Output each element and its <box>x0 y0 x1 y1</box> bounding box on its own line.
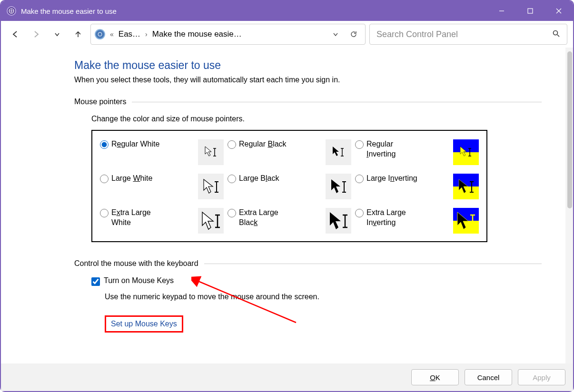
checkbox-mouse-keys[interactable] <box>91 277 100 286</box>
recent-dropdown[interactable] <box>49 26 66 43</box>
page-title: Make the mouse easier to use <box>74 59 542 72</box>
chevron-right-icon[interactable]: › <box>145 30 148 38</box>
label-regular-white: Regular White <box>111 139 159 149</box>
window-title: Make the mouse easier to use <box>21 7 487 15</box>
up-button[interactable] <box>69 26 87 43</box>
breadcrumb-level-2[interactable]: Make the mouse easie… <box>152 29 242 39</box>
dialog-footer: OK Cancel Apply <box>1 363 573 391</box>
preview-extra-large-white <box>198 208 224 234</box>
svg-point-5 <box>98 32 102 36</box>
setup-mouse-keys-link[interactable]: Set up Mouse Keys <box>111 320 177 328</box>
breadcrumb-level-1[interactable]: Eas… <box>119 29 140 39</box>
control-panel-icon <box>7 6 16 16</box>
preview-regular-black <box>326 139 351 165</box>
preview-extra-large-inverting <box>453 208 479 234</box>
scrollbar[interactable] <box>565 48 573 363</box>
preview-regular-inverting <box>453 139 479 165</box>
label-extra-large-black: Extra Large Black <box>239 208 291 228</box>
preview-large-white <box>198 174 224 199</box>
svg-point-6 <box>554 30 558 35</box>
preview-regular-white <box>198 139 224 165</box>
forward-button[interactable] <box>28 26 45 43</box>
svg-line-7 <box>557 35 559 37</box>
refresh-button[interactable] <box>346 30 361 38</box>
label-regular-inverting: Regular Inverting <box>366 139 419 159</box>
ok-button[interactable]: OK <box>411 369 459 385</box>
navigation-toolbar: « Eas… › Make the mouse easie… <box>1 21 573 48</box>
search-icon[interactable] <box>553 30 560 39</box>
titlebar: Make the mouse easier to use <box>1 1 573 21</box>
breadcrumb-overflow[interactable]: « <box>110 30 114 38</box>
mouse-pointers-label: Mouse pointers <box>74 98 126 106</box>
search-input[interactable] <box>376 29 553 39</box>
page-subtitle: When you select these tools, they will a… <box>74 76 542 84</box>
maximize-button[interactable] <box>516 1 544 21</box>
radio-regular-black[interactable] <box>228 140 236 149</box>
apply-button[interactable]: Apply <box>518 369 565 385</box>
radio-large-black[interactable] <box>228 175 236 183</box>
radio-extra-large-white[interactable] <box>100 209 109 217</box>
radio-extra-large-inverting[interactable] <box>355 209 364 217</box>
control-panel-small-icon <box>95 29 105 39</box>
label-extra-large-inverting: Extra Large Inverting <box>366 208 419 228</box>
label-regular-black: Regular Black <box>239 139 287 149</box>
search-box[interactable] <box>369 24 567 45</box>
scrollbar-thumb[interactable] <box>567 51 572 208</box>
label-extra-large-white: Extra Large White <box>111 208 164 228</box>
radio-extra-large-black[interactable] <box>228 209 236 217</box>
radio-large-white[interactable] <box>100 175 109 183</box>
label-mouse-keys: Turn on Mouse Keys <box>104 276 174 285</box>
mouse-pointers-description: Change the color and size of mouse point… <box>91 115 542 123</box>
address-bar[interactable]: « Eas… › Make the mouse easie… <box>90 24 366 45</box>
minimize-button[interactable] <box>487 1 516 21</box>
setup-mouse-keys-highlight: Set up Mouse Keys <box>105 315 183 333</box>
radio-large-inverting[interactable] <box>355 175 364 183</box>
svg-rect-2 <box>528 9 533 13</box>
preview-extra-large-black <box>326 208 351 234</box>
close-button[interactable] <box>544 1 573 21</box>
preview-large-inverting <box>453 174 479 199</box>
radio-regular-inverting[interactable] <box>355 140 364 149</box>
mouse-keys-description: Use the numeric keypad to move the mouse… <box>105 293 542 301</box>
radio-regular-white[interactable] <box>100 140 109 149</box>
keyboard-control-label: Control the mouse with the keyboard <box>74 259 198 268</box>
label-large-white: Large White <box>111 174 152 184</box>
back-button[interactable] <box>7 26 24 43</box>
cancel-button[interactable]: Cancel <box>465 369 512 385</box>
address-dropdown[interactable] <box>328 31 343 38</box>
main-content: Make the mouse easier to use When you se… <box>1 48 565 363</box>
pointer-options-grid: Regular White Regular Black Regular Inve… <box>91 130 487 242</box>
label-large-black: Large Black <box>239 174 279 184</box>
label-large-inverting: Large Inverting <box>366 174 417 184</box>
preview-large-black <box>326 174 351 199</box>
